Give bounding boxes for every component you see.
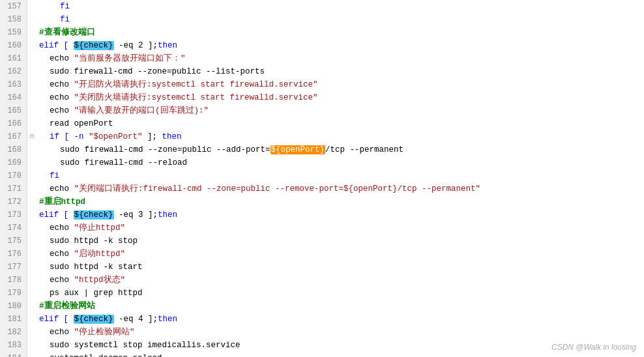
plain-token: echo xyxy=(50,80,74,89)
code-content: elif [ ${check} -eq 4 ];then xyxy=(37,313,644,326)
plain-token: ps aux | grep httpd xyxy=(50,289,143,298)
table-row: 170fi xyxy=(0,169,644,182)
highlight-blue-token: ${check} xyxy=(74,41,114,50)
code-content: fi xyxy=(37,13,644,26)
plain-token: echo xyxy=(50,223,74,233)
plain-token: -eq 3 ]; xyxy=(114,210,158,220)
line-number: 160 xyxy=(0,39,27,52)
table-row: 168sudo firewall-cmd --zone=public --add… xyxy=(0,143,644,156)
line-number: 180 xyxy=(0,300,27,313)
keyword-token: fi xyxy=(60,2,70,11)
table-row: 183sudo systemctl stop imedicallis.servi… xyxy=(0,339,644,352)
plain-token: -eq 4 ]; xyxy=(114,315,158,324)
string-token: "启动httpd" xyxy=(74,250,126,259)
string-token: "请输入要放开的端口(回车跳过):" xyxy=(74,106,209,115)
plain-token: read openPort xyxy=(50,119,113,128)
table-row: 173elif [ ${check} -eq 3 ];then xyxy=(0,208,644,221)
line-number: 169 xyxy=(0,156,27,169)
line-number: 162 xyxy=(0,65,27,78)
table-row: 162sudo firewall-cmd --zone=public --lis… xyxy=(0,65,644,78)
table-row: 159#查看修改端口 xyxy=(0,26,644,39)
line-number: 176 xyxy=(0,248,27,261)
plain-token: echo xyxy=(50,250,74,259)
table-row: 171echo "关闭端口请执行:firewall-cmd --zone=pub… xyxy=(0,182,644,195)
line-number: 175 xyxy=(0,235,27,248)
table-row: 179ps aux | grep httpd xyxy=(0,287,644,300)
line-number: 158 xyxy=(0,13,27,26)
highlight-blue-token: ${check} xyxy=(74,315,114,324)
line-number: 181 xyxy=(0,313,27,326)
table-row: 181elif [ ${check} -eq 4 ];then xyxy=(0,313,644,326)
line-number: 157 xyxy=(0,0,27,13)
keyword-token: then xyxy=(158,41,177,50)
table-row: 167⊟if [ -n "$openPort" ]; then xyxy=(0,130,644,143)
keyword-token: then xyxy=(158,210,177,220)
string-token: "httpd状态" xyxy=(74,276,126,285)
keyword-token: elif [ xyxy=(39,41,74,50)
plain-token: ]; xyxy=(143,132,162,141)
keyword-token: if [ -n xyxy=(50,132,89,141)
code-content: elif [ ${check} -eq 2 ];then xyxy=(37,39,644,52)
plain-token: sudo httpd -k start xyxy=(50,263,143,272)
comment-token: #重启httpd xyxy=(39,197,85,207)
code-editor: 157fi158fi159#查看修改端口160elif [ ${check} -… xyxy=(0,0,644,357)
line-number: 167 xyxy=(0,130,27,143)
table-row: 157fi xyxy=(0,0,644,13)
plain-token: sudo firewall-cmd --zone=public --list-p… xyxy=(50,67,265,76)
string-token: "停止httpd" xyxy=(74,223,126,233)
code-content: read openPort xyxy=(37,117,644,130)
code-content: ps aux | grep httpd xyxy=(37,287,644,300)
plain-token: echo xyxy=(50,328,74,337)
code-content: echo "开启防火墙请执行:systemctl start firewalld… xyxy=(37,78,644,91)
code-content: echo "关闭端口请执行:firewall-cmd --zone=public… xyxy=(37,182,644,195)
plain-token: echo xyxy=(50,106,74,115)
line-number: 172 xyxy=(0,195,27,208)
keyword-token: fi xyxy=(60,15,70,24)
table-row: 177sudo httpd -k start xyxy=(0,261,644,274)
plain-token: echo xyxy=(50,93,74,102)
table-row: 180#重启检验网站 xyxy=(0,300,644,313)
table-row: 184systemctl daemon-reload xyxy=(0,352,644,357)
comment-token: #查看修改端口 xyxy=(39,28,95,37)
string-token: "关闭防火墙请执行:systemctl start firewalld.serv… xyxy=(74,93,318,102)
plain-token: systemctl daemon-reload xyxy=(50,354,162,357)
code-content: sudo firewall-cmd --zone=public --list-p… xyxy=(37,65,644,78)
keyword-token: then xyxy=(162,132,182,141)
code-content: echo "启动httpd" xyxy=(37,248,644,261)
code-content: echo "停止检验网站" xyxy=(37,326,644,339)
line-number: 165 xyxy=(0,104,27,117)
code-content: sudo firewall-cmd --zone=public --add-po… xyxy=(37,143,644,156)
table-row: 176echo "启动httpd" xyxy=(0,248,644,261)
line-number: 159 xyxy=(0,26,27,39)
fold-icon[interactable]: ⊟ xyxy=(27,130,37,143)
code-content: #重启检验网站 xyxy=(37,300,644,313)
line-number: 164 xyxy=(0,91,27,104)
string-token: "关闭端口请执行:firewall-cmd --zone=public --re… xyxy=(74,184,481,193)
table-row: 175sudo httpd -k stop xyxy=(0,235,644,248)
highlight-blue-token: ${check} xyxy=(74,210,114,220)
table-row: 164echo "关闭防火墙请执行:systemctl start firewa… xyxy=(0,91,644,104)
line-number: 161 xyxy=(0,52,27,65)
code-content: fi xyxy=(37,0,644,13)
keyword-token: elif [ xyxy=(39,210,74,220)
plain-token: echo xyxy=(50,276,74,285)
line-number: 173 xyxy=(0,208,27,221)
code-content: echo "httpd状态" xyxy=(37,274,644,287)
code-content: systemctl daemon-reload xyxy=(37,352,644,357)
keyword-token: fi xyxy=(50,171,59,180)
line-number: 168 xyxy=(0,143,27,156)
plain-token: /tcp --permanent xyxy=(325,145,403,154)
table-row: 174echo "停止httpd" xyxy=(0,221,644,235)
code-content: echo "请输入要放开的端口(回车跳过):" xyxy=(37,104,644,117)
code-content: if [ -n "$openPort" ]; then xyxy=(37,130,644,143)
highlight-orange-token: ${openPort} xyxy=(271,145,326,154)
code-content: #查看修改端口 xyxy=(37,26,644,39)
plain-token: sudo firewall-cmd --zone=public --add-po… xyxy=(60,145,271,154)
table-row: 178echo "httpd状态" xyxy=(0,274,644,287)
table-row: 182echo "停止检验网站" xyxy=(0,326,644,339)
line-number: 171 xyxy=(0,182,27,195)
table-row: 158fi xyxy=(0,13,644,26)
watermark: CSDN @Walk in loosing xyxy=(551,343,636,352)
line-number: 174 xyxy=(0,221,27,235)
code-content: elif [ ${check} -eq 3 ];then xyxy=(37,208,644,221)
